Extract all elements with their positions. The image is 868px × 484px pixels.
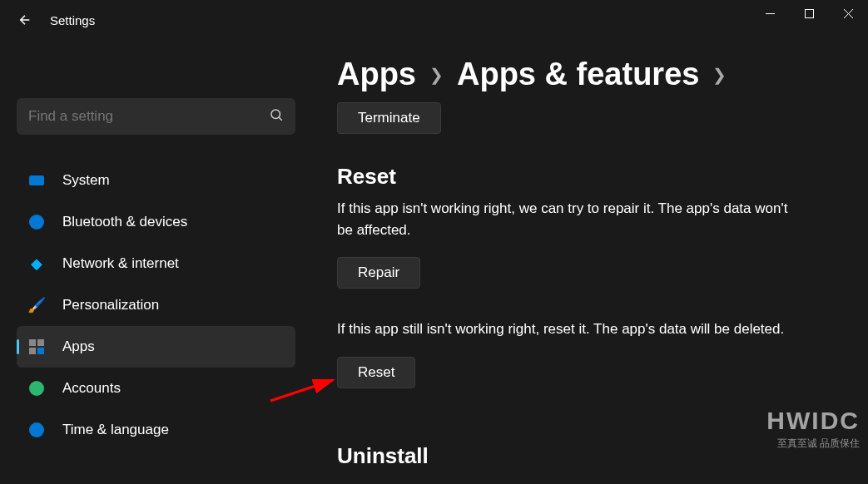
sidebar-item-label: Bluetooth & devices xyxy=(62,214,187,230)
sidebar-item-label: Network & internet xyxy=(62,255,179,272)
clock-icon xyxy=(27,421,46,439)
sidebar-item-label: Apps xyxy=(62,338,95,355)
breadcrumb-apps-features[interactable]: Apps & features xyxy=(457,57,699,92)
watermark-logo: HWIDC xyxy=(766,407,860,435)
sidebar: System Bluetooth & devices ◆ Network & i… xyxy=(0,40,295,484)
sidebar-item-accounts[interactable]: Accounts xyxy=(17,368,295,409)
sidebar-item-apps[interactable]: Apps xyxy=(17,326,295,368)
watermark-tagline: 至真至诚 品质保住 xyxy=(766,437,860,451)
sidebar-item-label: Personalization xyxy=(62,297,159,314)
reset-heading: Reset xyxy=(337,164,868,190)
titlebar: Settings xyxy=(0,0,868,40)
bluetooth-icon xyxy=(27,213,46,231)
repair-button[interactable]: Repair xyxy=(337,257,420,289)
person-icon xyxy=(27,379,46,398)
close-button[interactable] xyxy=(829,0,868,27)
svg-rect-0 xyxy=(766,13,775,14)
apps-icon xyxy=(27,338,46,356)
breadcrumb-apps[interactable]: Apps xyxy=(337,57,416,92)
sidebar-item-label: System xyxy=(62,172,110,189)
monitor-icon xyxy=(27,171,46,190)
breadcrumb: Apps ❯ Apps & features ❯ xyxy=(337,57,868,92)
repair-description: If this app isn't working right, we can … xyxy=(337,198,803,240)
app-title: Settings xyxy=(50,13,95,27)
search-box[interactable] xyxy=(17,98,295,135)
wifi-icon: ◆ xyxy=(27,254,46,273)
search-input[interactable] xyxy=(28,108,269,125)
sidebar-item-personalization[interactable]: 🖌️ Personalization xyxy=(17,284,295,326)
minimize-button[interactable] xyxy=(751,0,790,27)
brush-icon: 🖌️ xyxy=(27,296,46,314)
svg-line-3 xyxy=(270,380,333,401)
watermark: HWIDC 至真至诚 品质保住 xyxy=(766,407,860,451)
chevron-right-icon: ❯ xyxy=(712,65,727,85)
reset-description: If this app still isn't working right, r… xyxy=(337,319,803,340)
maximize-button[interactable] xyxy=(790,0,829,27)
window-controls xyxy=(751,0,868,27)
sidebar-item-system[interactable]: System xyxy=(17,160,295,201)
search-icon xyxy=(269,107,284,126)
svg-rect-1 xyxy=(806,9,814,17)
nav-list: System Bluetooth & devices ◆ Network & i… xyxy=(17,160,295,451)
back-button[interactable] xyxy=(15,10,35,30)
terminate-button[interactable]: Terminate xyxy=(337,102,441,134)
sidebar-item-bluetooth[interactable]: Bluetooth & devices xyxy=(17,201,295,243)
annotation-arrow xyxy=(266,376,341,409)
reset-button[interactable]: Reset xyxy=(337,357,415,388)
sidebar-item-network[interactable]: ◆ Network & internet xyxy=(17,243,295,284)
chevron-right-icon: ❯ xyxy=(429,65,444,85)
sidebar-item-label: Accounts xyxy=(62,380,121,397)
sidebar-item-label: Time & language xyxy=(62,422,169,438)
sidebar-item-time[interactable]: Time & language xyxy=(17,409,295,451)
svg-point-2 xyxy=(271,110,280,119)
